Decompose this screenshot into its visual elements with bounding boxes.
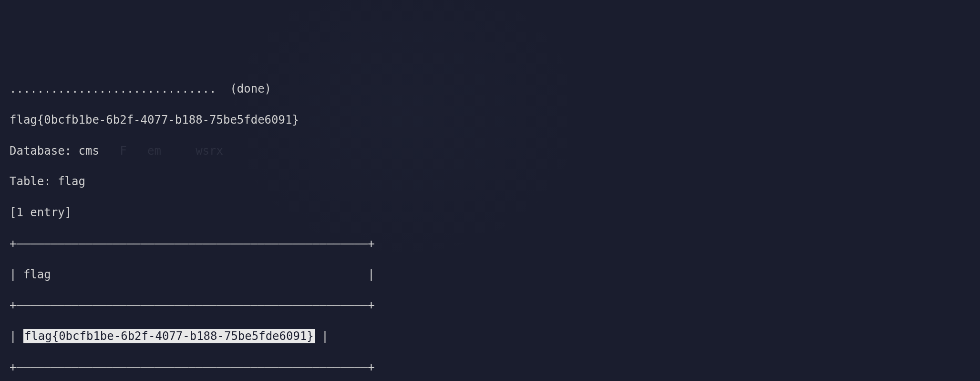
entry-count-line: [1 entry]: [10, 205, 970, 220]
database-line: Database: cms F em wsrx: [10, 143, 970, 159]
ghost-text-1: F em: [120, 144, 161, 158]
ghost-text-2: wsrx: [196, 144, 223, 158]
table-data-row: | flag{0bcfb1be-6b2f-4077-b188-75be5fde6…: [10, 328, 970, 344]
flag-line: flag{0bcfb1be-6b2f-4077-b188-75be5fde609…: [10, 112, 970, 127]
table-name-line: Table: flag: [10, 174, 970, 189]
progress-dots-line: .............................. (done): [10, 81, 970, 96]
highlighted-flag[interactable]: flag{0bcfb1be-6b2f-4077-b188-75be5fde609…: [23, 329, 315, 343]
terminal-output[interactable]: .............................. (done) fl…: [10, 66, 970, 381]
table-border-bot: +———————————————————————————————————————…: [10, 360, 970, 375]
table-header-row: | flag |: [10, 267, 970, 282]
table-border-top: +———————————————————————————————————————…: [10, 236, 970, 251]
table-border-mid: +———————————————————————————————————————…: [10, 297, 970, 313]
flag-value: flag{0bcfb1be-6b2f-4077-b188-75be5fde609…: [10, 113, 299, 127]
